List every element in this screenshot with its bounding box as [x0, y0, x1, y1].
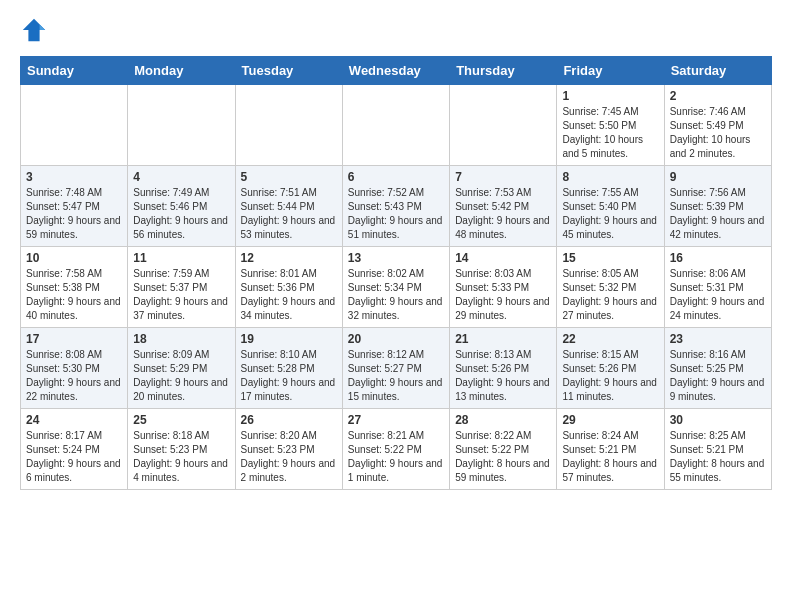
day-info: Sunrise: 8:08 AM Sunset: 5:30 PM Dayligh…: [26, 348, 122, 404]
calendar-cell-3-6: 23Sunrise: 8:16 AM Sunset: 5:25 PM Dayli…: [664, 328, 771, 409]
day-number: 12: [241, 251, 337, 265]
calendar-week-row-1: 3Sunrise: 7:48 AM Sunset: 5:47 PM Daylig…: [21, 166, 772, 247]
calendar-header-tuesday: Tuesday: [235, 57, 342, 85]
day-number: 22: [562, 332, 658, 346]
day-info: Sunrise: 7:56 AM Sunset: 5:39 PM Dayligh…: [670, 186, 766, 242]
calendar-week-row-4: 24Sunrise: 8:17 AM Sunset: 5:24 PM Dayli…: [21, 409, 772, 490]
day-info: Sunrise: 8:17 AM Sunset: 5:24 PM Dayligh…: [26, 429, 122, 485]
day-info: Sunrise: 8:21 AM Sunset: 5:22 PM Dayligh…: [348, 429, 444, 485]
calendar-cell-2-5: 15Sunrise: 8:05 AM Sunset: 5:32 PM Dayli…: [557, 247, 664, 328]
day-number: 6: [348, 170, 444, 184]
calendar-cell-0-4: [450, 85, 557, 166]
day-number: 4: [133, 170, 229, 184]
day-number: 19: [241, 332, 337, 346]
day-info: Sunrise: 7:51 AM Sunset: 5:44 PM Dayligh…: [241, 186, 337, 242]
day-number: 7: [455, 170, 551, 184]
calendar-cell-1-0: 3Sunrise: 7:48 AM Sunset: 5:47 PM Daylig…: [21, 166, 128, 247]
calendar-cell-4-4: 28Sunrise: 8:22 AM Sunset: 5:22 PM Dayli…: [450, 409, 557, 490]
calendar-cell-1-2: 5Sunrise: 7:51 AM Sunset: 5:44 PM Daylig…: [235, 166, 342, 247]
day-number: 5: [241, 170, 337, 184]
day-info: Sunrise: 8:09 AM Sunset: 5:29 PM Dayligh…: [133, 348, 229, 404]
day-info: Sunrise: 8:16 AM Sunset: 5:25 PM Dayligh…: [670, 348, 766, 404]
day-info: Sunrise: 8:18 AM Sunset: 5:23 PM Dayligh…: [133, 429, 229, 485]
calendar-header-row: SundayMondayTuesdayWednesdayThursdayFrid…: [21, 57, 772, 85]
day-info: Sunrise: 8:05 AM Sunset: 5:32 PM Dayligh…: [562, 267, 658, 323]
day-number: 8: [562, 170, 658, 184]
calendar-header-saturday: Saturday: [664, 57, 771, 85]
day-number: 14: [455, 251, 551, 265]
day-info: Sunrise: 8:22 AM Sunset: 5:22 PM Dayligh…: [455, 429, 551, 485]
day-info: Sunrise: 7:59 AM Sunset: 5:37 PM Dayligh…: [133, 267, 229, 323]
calendar-cell-2-0: 10Sunrise: 7:58 AM Sunset: 5:38 PM Dayli…: [21, 247, 128, 328]
calendar-cell-3-5: 22Sunrise: 8:15 AM Sunset: 5:26 PM Dayli…: [557, 328, 664, 409]
day-info: Sunrise: 7:46 AM Sunset: 5:49 PM Dayligh…: [670, 105, 766, 161]
calendar-cell-3-0: 17Sunrise: 8:08 AM Sunset: 5:30 PM Dayli…: [21, 328, 128, 409]
calendar-cell-0-0: [21, 85, 128, 166]
day-number: 2: [670, 89, 766, 103]
day-number: 24: [26, 413, 122, 427]
day-number: 20: [348, 332, 444, 346]
day-number: 28: [455, 413, 551, 427]
calendar-cell-4-5: 29Sunrise: 8:24 AM Sunset: 5:21 PM Dayli…: [557, 409, 664, 490]
calendar-cell-2-4: 14Sunrise: 8:03 AM Sunset: 5:33 PM Dayli…: [450, 247, 557, 328]
logo-icon: [20, 16, 48, 44]
calendar-cell-0-6: 2Sunrise: 7:46 AM Sunset: 5:49 PM Daylig…: [664, 85, 771, 166]
calendar-cell-1-5: 8Sunrise: 7:55 AM Sunset: 5:40 PM Daylig…: [557, 166, 664, 247]
calendar-cell-3-3: 20Sunrise: 8:12 AM Sunset: 5:27 PM Dayli…: [342, 328, 449, 409]
calendar-table: SundayMondayTuesdayWednesdayThursdayFrid…: [20, 56, 772, 490]
logo: [20, 16, 52, 44]
day-number: 9: [670, 170, 766, 184]
calendar-cell-2-1: 11Sunrise: 7:59 AM Sunset: 5:37 PM Dayli…: [128, 247, 235, 328]
day-info: Sunrise: 8:13 AM Sunset: 5:26 PM Dayligh…: [455, 348, 551, 404]
day-info: Sunrise: 8:24 AM Sunset: 5:21 PM Dayligh…: [562, 429, 658, 485]
day-number: 13: [348, 251, 444, 265]
day-info: Sunrise: 8:01 AM Sunset: 5:36 PM Dayligh…: [241, 267, 337, 323]
calendar-header-sunday: Sunday: [21, 57, 128, 85]
day-info: Sunrise: 8:12 AM Sunset: 5:27 PM Dayligh…: [348, 348, 444, 404]
day-number: 15: [562, 251, 658, 265]
day-number: 10: [26, 251, 122, 265]
calendar-cell-1-1: 4Sunrise: 7:49 AM Sunset: 5:46 PM Daylig…: [128, 166, 235, 247]
calendar-week-row-0: 1Sunrise: 7:45 AM Sunset: 5:50 PM Daylig…: [21, 85, 772, 166]
day-info: Sunrise: 8:15 AM Sunset: 5:26 PM Dayligh…: [562, 348, 658, 404]
day-number: 30: [670, 413, 766, 427]
calendar-cell-0-5: 1Sunrise: 7:45 AM Sunset: 5:50 PM Daylig…: [557, 85, 664, 166]
day-info: Sunrise: 8:02 AM Sunset: 5:34 PM Dayligh…: [348, 267, 444, 323]
day-number: 29: [562, 413, 658, 427]
day-number: 26: [241, 413, 337, 427]
day-number: 3: [26, 170, 122, 184]
calendar-cell-2-6: 16Sunrise: 8:06 AM Sunset: 5:31 PM Dayli…: [664, 247, 771, 328]
day-number: 1: [562, 89, 658, 103]
day-info: Sunrise: 7:58 AM Sunset: 5:38 PM Dayligh…: [26, 267, 122, 323]
day-info: Sunrise: 7:48 AM Sunset: 5:47 PM Dayligh…: [26, 186, 122, 242]
calendar-cell-0-3: [342, 85, 449, 166]
calendar-cell-4-2: 26Sunrise: 8:20 AM Sunset: 5:23 PM Dayli…: [235, 409, 342, 490]
day-info: Sunrise: 7:49 AM Sunset: 5:46 PM Dayligh…: [133, 186, 229, 242]
calendar-week-row-2: 10Sunrise: 7:58 AM Sunset: 5:38 PM Dayli…: [21, 247, 772, 328]
day-info: Sunrise: 8:25 AM Sunset: 5:21 PM Dayligh…: [670, 429, 766, 485]
calendar-header-friday: Friday: [557, 57, 664, 85]
day-number: 16: [670, 251, 766, 265]
calendar-cell-4-1: 25Sunrise: 8:18 AM Sunset: 5:23 PM Dayli…: [128, 409, 235, 490]
calendar-header-monday: Monday: [128, 57, 235, 85]
day-info: Sunrise: 7:55 AM Sunset: 5:40 PM Dayligh…: [562, 186, 658, 242]
day-info: Sunrise: 8:20 AM Sunset: 5:23 PM Dayligh…: [241, 429, 337, 485]
calendar-cell-1-4: 7Sunrise: 7:53 AM Sunset: 5:42 PM Daylig…: [450, 166, 557, 247]
day-info: Sunrise: 7:53 AM Sunset: 5:42 PM Dayligh…: [455, 186, 551, 242]
day-info: Sunrise: 8:06 AM Sunset: 5:31 PM Dayligh…: [670, 267, 766, 323]
day-number: 21: [455, 332, 551, 346]
day-number: 23: [670, 332, 766, 346]
day-info: Sunrise: 7:52 AM Sunset: 5:43 PM Dayligh…: [348, 186, 444, 242]
calendar-cell-3-1: 18Sunrise: 8:09 AM Sunset: 5:29 PM Dayli…: [128, 328, 235, 409]
day-info: Sunrise: 8:10 AM Sunset: 5:28 PM Dayligh…: [241, 348, 337, 404]
calendar-cell-4-3: 27Sunrise: 8:21 AM Sunset: 5:22 PM Dayli…: [342, 409, 449, 490]
calendar-cell-4-6: 30Sunrise: 8:25 AM Sunset: 5:21 PM Dayli…: [664, 409, 771, 490]
calendar-cell-1-3: 6Sunrise: 7:52 AM Sunset: 5:43 PM Daylig…: [342, 166, 449, 247]
day-number: 27: [348, 413, 444, 427]
day-number: 18: [133, 332, 229, 346]
calendar-header-thursday: Thursday: [450, 57, 557, 85]
day-number: 11: [133, 251, 229, 265]
calendar-cell-2-2: 12Sunrise: 8:01 AM Sunset: 5:36 PM Dayli…: [235, 247, 342, 328]
day-number: 25: [133, 413, 229, 427]
day-number: 17: [26, 332, 122, 346]
